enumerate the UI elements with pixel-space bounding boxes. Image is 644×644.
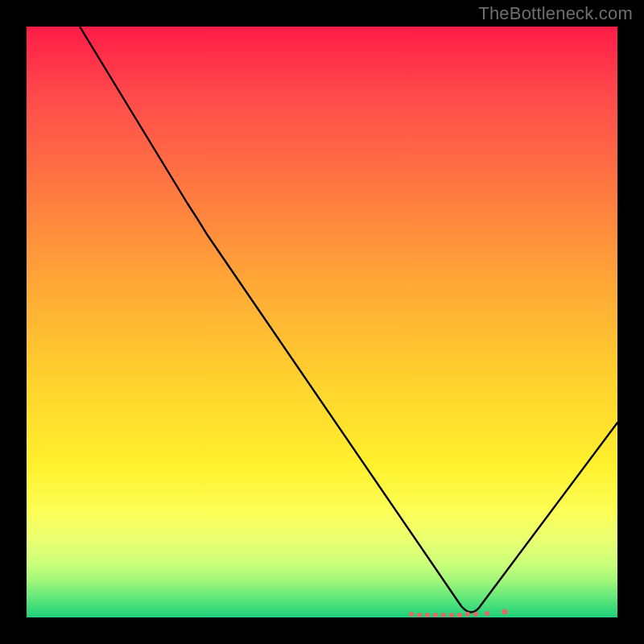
data-point: [457, 613, 462, 617]
data-point: [485, 611, 489, 616]
data-point: [473, 612, 478, 617]
curve-layer: [27, 27, 617, 617]
data-point: [502, 609, 508, 615]
chart-frame: TheBottleneck.com: [0, 0, 644, 644]
plot-area: [27, 27, 617, 617]
data-point: [449, 613, 454, 617]
data-point: [465, 612, 470, 617]
data-point: [417, 613, 422, 617]
watermark-text: TheBottleneck.com: [478, 3, 633, 24]
bottleneck-curve: [80, 27, 617, 613]
data-point: [441, 613, 446, 617]
data-point: [433, 613, 438, 617]
data-point: [425, 613, 430, 617]
data-point: [409, 612, 414, 617]
